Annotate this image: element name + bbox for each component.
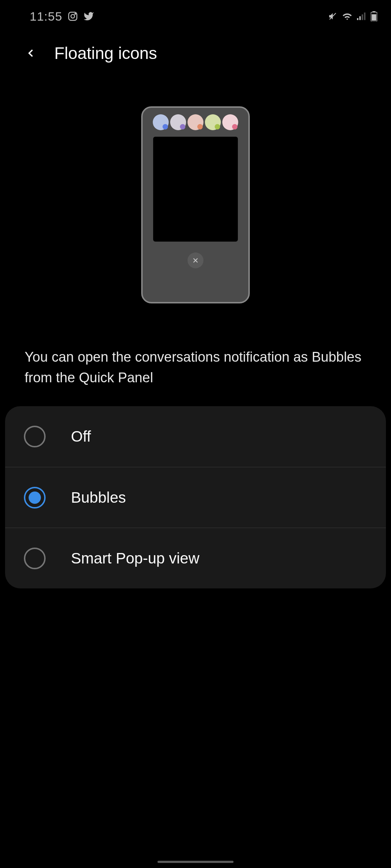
phone-mock — [141, 106, 250, 303]
header: Floating icons — [0, 25, 391, 74]
bubble-icon — [222, 114, 238, 130]
battery-icon — [371, 11, 377, 21]
bubble-icon — [205, 114, 221, 130]
phone-screen-area — [153, 137, 238, 242]
mute-icon — [328, 12, 337, 21]
bubble-icon — [188, 114, 203, 130]
svg-rect-7 — [364, 13, 366, 20]
status-left: 11:55 — [30, 9, 94, 24]
svg-point-1 — [71, 14, 75, 18]
radio-bubbles[interactable] — [24, 487, 46, 509]
close-icon — [188, 252, 203, 268]
chevron-left-icon — [24, 47, 37, 60]
page-title: Floating icons — [54, 43, 157, 63]
options-card: Off Bubbles Smart Pop-up view — [5, 406, 386, 588]
option-label: Smart Pop-up view — [71, 550, 199, 567]
option-label: Bubbles — [71, 489, 126, 506]
bubble-icon — [153, 114, 169, 130]
radio-smart-popup[interactable] — [24, 548, 46, 569]
svg-rect-10 — [372, 14, 377, 21]
signal-icon — [357, 12, 366, 21]
option-label: Off — [71, 428, 91, 445]
back-button[interactable] — [22, 44, 40, 62]
status-bar: 11:55 — [0, 0, 391, 25]
svg-point-2 — [75, 13, 76, 14]
status-time: 11:55 — [30, 9, 62, 24]
svg-rect-5 — [360, 16, 361, 20]
option-smart-popup[interactable]: Smart Pop-up view — [5, 528, 386, 588]
svg-rect-4 — [357, 18, 358, 20]
twitter-icon — [83, 11, 94, 22]
svg-rect-6 — [362, 14, 363, 20]
radio-off[interactable] — [24, 426, 46, 447]
bubble-icon — [170, 114, 186, 130]
instagram-icon — [67, 11, 78, 22]
option-bubbles[interactable]: Bubbles — [5, 467, 386, 528]
option-off[interactable]: Off — [5, 406, 386, 467]
wifi-icon — [342, 12, 353, 21]
bubble-row — [151, 114, 240, 130]
description-text: You can open the conversations notificat… — [0, 325, 391, 403]
preview-illustration — [0, 74, 391, 325]
status-right — [328, 11, 377, 21]
nav-indicator — [157, 861, 234, 863]
